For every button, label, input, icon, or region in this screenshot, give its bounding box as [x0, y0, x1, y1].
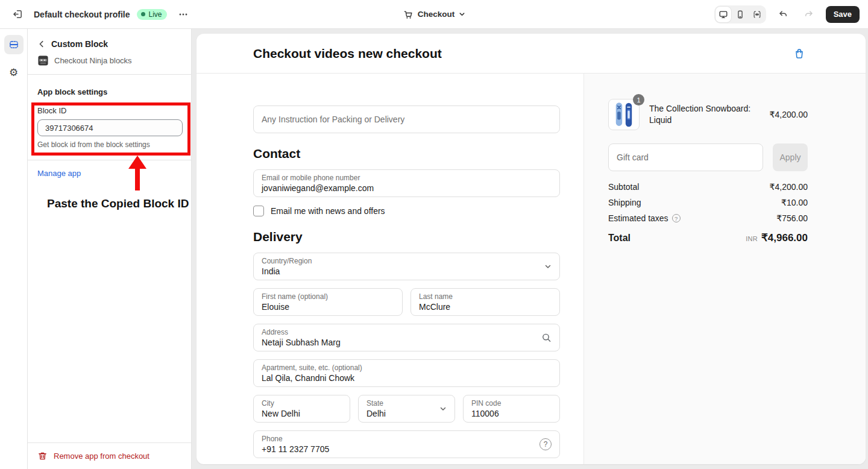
checkout-title: Checkout videos new checkout [253, 46, 442, 61]
apartment-field[interactable]: Apartment, suite, etc. (optional) Lal Qi… [253, 359, 560, 387]
remove-app-button[interactable]: Remove app from checkout [28, 442, 192, 469]
taxes-help-icon[interactable]: ? [672, 214, 681, 222]
redo-button[interactable] [800, 5, 818, 24]
cart-summary-button[interactable] [793, 48, 805, 60]
block-id-help-text: Get block id from the block settings [37, 140, 150, 149]
gear-icon: ⚙ [9, 68, 18, 78]
block-id-label: Block ID [37, 106, 66, 115]
news-offers-checkbox[interactable] [253, 206, 264, 216]
annotation-text: Paste the Copied Block ID [47, 197, 189, 210]
annotation-arrow-shaft [135, 168, 140, 190]
remove-app-label: Remove app from checkout [54, 452, 149, 461]
order-summary: 1 The Collection Snowboard: Liquid ₹4,20… [583, 74, 866, 464]
product-title: The Collection Snowboard: Liquid [649, 103, 752, 126]
sections-icon [8, 39, 19, 50]
subtotal-row: Subtotal ₹4,200.00 [608, 181, 808, 193]
checkout-form-area: Contact Email or mobile phone number jov… [197, 74, 583, 464]
back-button[interactable] [37, 40, 46, 48]
news-offers-label: Email me with news and offers [271, 206, 385, 216]
shipping-row: Shipping ₹10.00 [608, 197, 808, 209]
phone-help-icon[interactable]: ? [539, 438, 552, 450]
taxes-row: Estimated taxes ? ₹756.00 [608, 212, 808, 224]
undo-icon [778, 9, 788, 20]
taxes-value: ₹756.00 [776, 213, 808, 223]
desktop-icon [719, 10, 728, 19]
checkout-preview-card: Checkout videos new checkout Cont [197, 34, 866, 464]
device-preview-segmented-control [714, 5, 766, 24]
first-name-field[interactable]: First name (optional) Elouise [253, 288, 403, 316]
fullscreen-icon [752, 10, 762, 19]
ellipsis-icon [178, 10, 188, 19]
subtotal-value: ₹4,200.00 [770, 182, 808, 192]
last-name-field[interactable]: Last name McClure [410, 288, 560, 316]
chevron-down-icon [544, 263, 552, 270]
snowboard-image [614, 101, 634, 128]
address-field[interactable]: Address Netaji Subhash Marg [253, 324, 560, 351]
total-value: ₹4,966.00 [761, 231, 808, 244]
app-name: Checkout Ninja blocks [54, 56, 132, 65]
city-field[interactable]: City New Delhi [253, 395, 350, 423]
quantity-badge: 1 [633, 94, 644, 105]
pin-code-field[interactable]: PIN code 110006 [463, 395, 560, 423]
live-dot-icon [141, 12, 145, 16]
phone-field[interactable]: Phone +91 11 2327 7705 ? [253, 430, 560, 458]
currency-code: INR [746, 235, 758, 242]
cart-icon [403, 9, 414, 20]
page-selector-label: Checkout [418, 10, 455, 19]
topbar: Default checkout profile Live Checkout [0, 0, 868, 29]
redo-icon [804, 9, 814, 20]
bag-icon [793, 48, 805, 60]
editor-icon-rail: ⚙ [0, 29, 28, 469]
contact-heading: Contact [253, 146, 560, 161]
packing-instruction-input[interactable] [253, 105, 560, 133]
profile-name: Default checkout profile [34, 10, 130, 19]
mobile-preview-button[interactable] [732, 7, 748, 22]
email-field[interactable]: Email or mobile phone number jovaniwiega… [253, 169, 560, 197]
state-select[interactable]: State Delhi [358, 395, 455, 423]
block-settings-panel: Custom Block Checkout Ninja blocks App b… [28, 29, 192, 469]
live-status-badge: Live [137, 9, 167, 20]
preview-stage: Checkout videos new checkout Cont [192, 29, 868, 469]
panel-divider [28, 160, 192, 160]
apply-gift-card-button[interactable]: Apply [773, 143, 808, 171]
more-actions-button[interactable] [174, 5, 192, 24]
panel-title: Custom Block [51, 39, 108, 49]
app-block-settings-heading: App block settings [37, 87, 107, 96]
shipping-value: ₹10.00 [781, 198, 808, 207]
chevron-down-icon [459, 11, 465, 17]
manage-app-link[interactable]: Manage app [37, 169, 81, 178]
trash-icon [37, 451, 48, 461]
product-price: ₹4,200.00 [770, 110, 808, 119]
gift-card-input[interactable] [608, 143, 763, 171]
annotation-arrow-head [128, 156, 146, 169]
fullscreen-preview-button[interactable] [749, 7, 765, 22]
exit-icon [12, 8, 24, 20]
desktop-preview-button[interactable] [715, 7, 731, 22]
settings-tab-button[interactable]: ⚙ [4, 63, 24, 82]
sections-tab-button[interactable] [4, 35, 24, 54]
block-id-input[interactable] [37, 119, 183, 136]
search-icon [541, 333, 552, 343]
page-selector[interactable]: Checkout [386, 9, 482, 20]
country-select[interactable]: Country/Region India [253, 253, 560, 280]
total-row: Total INR ₹4,966.00 [608, 231, 808, 244]
chevron-down-icon [439, 405, 447, 412]
save-button[interactable]: Save [826, 6, 860, 23]
exit-editor-button[interactable] [8, 5, 27, 24]
app-icon [37, 55, 49, 66]
delivery-heading: Delivery [253, 230, 560, 244]
line-item: 1 The Collection Snowboard: Liquid ₹4,20… [608, 99, 808, 130]
mobile-icon [735, 10, 745, 19]
undo-button[interactable] [774, 5, 792, 24]
product-thumbnail: 1 [608, 99, 640, 130]
